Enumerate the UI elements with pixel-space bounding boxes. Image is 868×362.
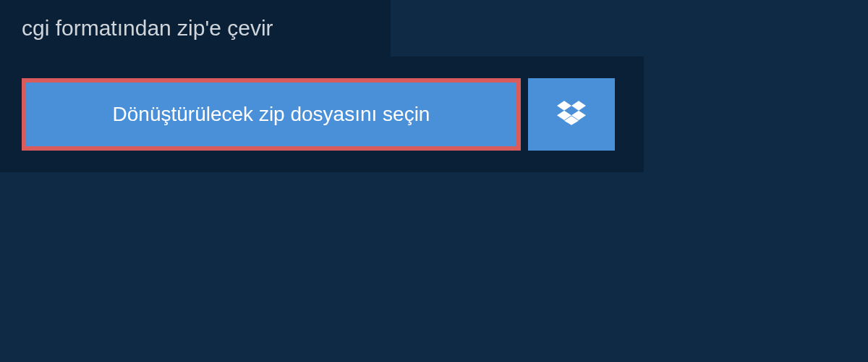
content-area (0, 172, 868, 361)
dropbox-icon (557, 98, 586, 130)
select-file-button[interactable]: Dönüştürülecek zip dosyasını seçin (22, 78, 521, 151)
dropbox-button[interactable] (528, 78, 615, 151)
select-file-label: Dönüştürülecek zip dosyasını seçin (113, 103, 430, 126)
file-select-panel: Dönüştürülecek zip dosyasını seçin (0, 56, 644, 172)
page-title: cgi formatından zip'e çevir (0, 0, 391, 56)
